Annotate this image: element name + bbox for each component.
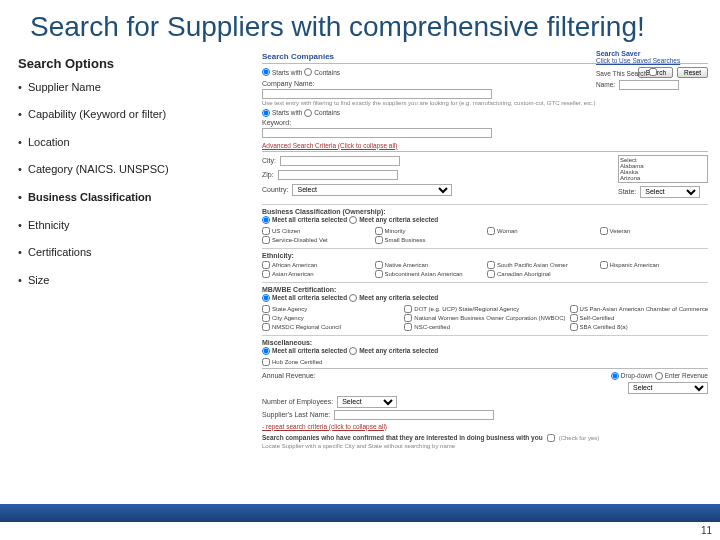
form-screenshot: Search Companies Search Saver Click to U… (258, 50, 712, 451)
option-supplier-name: Supplier Name (28, 79, 250, 97)
country-select[interactable]: Select (292, 184, 452, 196)
interested-checkbox[interactable] (547, 434, 555, 442)
city-input[interactable] (280, 156, 400, 166)
zip-input[interactable] (278, 170, 398, 180)
cert-grid: State Agency DOT (e.g. UCP) State/Region… (262, 305, 708, 331)
match-starts-label: Starts with (272, 69, 302, 76)
option-business-classification: Business Classification (28, 189, 250, 207)
option-capability: Capability (Keyword or filter) (28, 106, 250, 124)
save-search-checkbox[interactable] (649, 68, 657, 76)
misc-any-radio[interactable] (349, 347, 357, 355)
search-saver-heading: Search Saver (596, 50, 706, 57)
option-certifications: Certifications (28, 244, 250, 262)
keyword-label: Keyword: (262, 119, 291, 126)
state-select[interactable]: Select (640, 186, 700, 198)
cert-heading: MB/WBE Certification: (262, 282, 708, 293)
lastname-input[interactable] (334, 410, 494, 420)
option-ethnicity: Ethnicity (28, 217, 250, 235)
advanced-search-link[interactable]: Advanced Search Criteria (Click to colla… (262, 142, 708, 149)
save-name-label: Name: (596, 81, 615, 88)
state-listbox[interactable]: Select Alabama Alaska Arizona (618, 155, 708, 183)
eth-heading: Ethnicity: (262, 248, 708, 259)
company-name-input[interactable] (262, 89, 492, 99)
city-label: City: (262, 157, 276, 164)
match-starts-radio[interactable] (262, 68, 270, 76)
option-category: Category (NAICS. UNSPSC) (28, 161, 250, 179)
save-search-label: Save This Search (596, 70, 647, 77)
page-number: 11 (701, 525, 712, 536)
company-hint: Use text entry with filtering to find ex… (262, 100, 708, 106)
rev-enter-radio[interactable] (655, 372, 663, 380)
cert-all-radio[interactable] (262, 294, 270, 302)
bottom-small: Locate Supplier with a specific City and… (262, 443, 708, 449)
eth-grid: African American Native American South P… (262, 261, 708, 278)
option-location: Location (28, 134, 250, 152)
keyword-input[interactable] (262, 128, 492, 138)
employees-label: Number of Employees: (262, 398, 333, 405)
company-name-label: Company Name: (262, 80, 315, 87)
misc-heading: Miscellaneous: (262, 335, 708, 346)
kw-starts-radio[interactable] (262, 109, 270, 117)
bc-all-radio[interactable] (262, 216, 270, 224)
revenue-select[interactable]: Select (628, 382, 708, 394)
bc-grid: US Citizen Minority Woman Veteran Servic… (262, 227, 708, 244)
match-contains-label: Contains (314, 69, 340, 76)
annual-revenue-label: Annual Revenue: (262, 372, 316, 379)
kw-contains-radio[interactable] (304, 109, 312, 117)
search-saver-panel: Search Saver Click to Use Saved Searches… (596, 50, 706, 91)
save-name-input[interactable] (619, 80, 679, 90)
repeat-criteria-link[interactable]: - repeat search criteria (click to colla… (262, 423, 708, 430)
rev-dropdown-radio[interactable] (611, 372, 619, 380)
bottom-note: Search companies who have confirmed that… (262, 434, 543, 441)
state-label: State: (618, 188, 636, 195)
cert-any-radio[interactable] (349, 294, 357, 302)
employees-select[interactable]: Select (337, 396, 397, 408)
misc-grid: Hub Zone Certified (262, 358, 708, 366)
match-contains-radio[interactable] (304, 68, 312, 76)
bc-heading: Business Classification (Ownership): (262, 204, 708, 215)
country-label: Country: (262, 186, 288, 193)
bc-any-radio[interactable] (349, 216, 357, 224)
misc-all-radio[interactable] (262, 347, 270, 355)
lastname-label: Supplier's Last Name: (262, 411, 330, 418)
slide-title: Search for Suppliers with comprehensive … (0, 0, 720, 50)
footer-bar (0, 504, 720, 522)
zip-label: Zip: (262, 171, 274, 178)
use-saved-searches-link[interactable]: Click to Use Saved Searches (596, 57, 706, 64)
search-options-heading: Search Options (18, 56, 250, 71)
option-size: Size (28, 272, 250, 290)
check-yes-label: (Check for yes) (559, 435, 600, 441)
left-column: Search Options Supplier Name Capability … (18, 50, 258, 451)
